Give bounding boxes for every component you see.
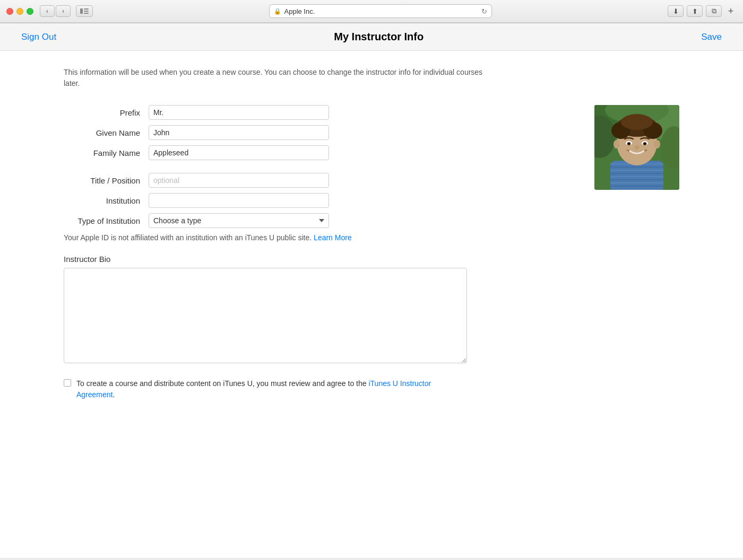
title-position-label: Title / Position <box>64 176 149 185</box>
main-content: This information will be used when you c… <box>0 51 743 558</box>
save-button[interactable]: Save <box>701 32 722 42</box>
download-button[interactable]: ⬇ <box>668 5 684 17</box>
forward-button[interactable]: › <box>56 5 71 17</box>
svg-point-33 <box>654 140 660 148</box>
title-position-input[interactable] <box>149 173 329 188</box>
toolbar-right: ⬇ ⬆ ⧉ + <box>668 5 737 17</box>
share-button[interactable]: ⬆ <box>687 5 703 17</box>
maximize-button[interactable] <box>27 8 33 15</box>
title-position-group: Title / Position <box>64 173 573 188</box>
reload-button[interactable]: ↻ <box>481 7 487 15</box>
agreement-text-after: . <box>113 390 115 399</box>
affiliation-notice: Your Apple ID is not affiliated with an … <box>64 233 488 242</box>
address-text: Apple Inc. <box>284 7 315 15</box>
type-institution-group: Type of Institution Choose a type Univer… <box>64 213 573 228</box>
given-name-input[interactable] <box>149 125 329 140</box>
tab-overview-button[interactable]: ⧉ <box>706 5 722 17</box>
sidebar-toggle[interactable] <box>76 5 93 17</box>
browser-chrome: ‹ › 🔒 Apple Inc. ↻ ⬇ <box>0 0 743 23</box>
description-text: This information will be used when you c… <box>64 67 488 89</box>
svg-rect-12 <box>610 167 663 168</box>
address-bar-container: 🔒 Apple Inc. ↻ <box>97 4 663 18</box>
institution-group: Institution <box>64 193 573 208</box>
svg-rect-17 <box>610 182 663 183</box>
forward-icon: › <box>62 7 64 15</box>
agreement-text-before: To create a course and distribute conten… <box>76 379 368 388</box>
svg-rect-18 <box>610 186 663 187</box>
bio-textarea[interactable] <box>64 268 467 363</box>
family-name-group: Family Name <box>64 145 573 160</box>
prefix-label: Prefix <box>64 108 149 117</box>
svg-rect-2 <box>84 11 89 12</box>
app-header: Sign Out My Instructor Info Save <box>0 23 743 51</box>
svg-rect-1 <box>84 8 89 10</box>
bio-label: Instructor Bio <box>64 255 573 264</box>
given-name-label: Given Name <box>64 128 149 137</box>
sign-out-button[interactable]: Sign Out <box>21 32 56 42</box>
family-name-label: Family Name <box>64 148 149 158</box>
svg-point-32 <box>614 140 620 148</box>
agreement-section: To create a course and distribute conten… <box>64 378 467 400</box>
bio-section: Instructor Bio <box>64 255 573 365</box>
back-icon: ‹ <box>46 7 48 15</box>
form-and-photo: Prefix Given Name Family Name Title / Po… <box>64 105 679 400</box>
address-bar[interactable]: 🔒 Apple Inc. ↻ <box>269 4 492 18</box>
page-title: My Instructor Info <box>334 31 424 43</box>
prefix-group: Prefix <box>64 105 573 120</box>
sidebar-icon <box>80 8 89 14</box>
svg-rect-3 <box>84 13 89 14</box>
svg-rect-15 <box>610 176 663 177</box>
prefix-input[interactable] <box>149 105 329 120</box>
agreement-text: To create a course and distribute conten… <box>76 378 467 400</box>
traffic-lights <box>6 8 33 15</box>
back-button[interactable]: ‹ <box>40 5 55 17</box>
title-bar: ‹ › 🔒 Apple Inc. ↻ ⬇ <box>0 0 743 23</box>
photo-area <box>594 105 679 190</box>
download-icon: ⬇ <box>673 7 679 15</box>
agreement-checkbox[interactable] <box>64 379 71 387</box>
given-name-group: Given Name <box>64 125 573 140</box>
minimize-button[interactable] <box>16 8 23 15</box>
form-section: Prefix Given Name Family Name Title / Po… <box>64 105 573 400</box>
plus-icon: + <box>728 6 734 17</box>
instructor-photo <box>594 105 679 190</box>
learn-more-link[interactable]: Learn More <box>314 233 352 242</box>
svg-rect-13 <box>610 170 663 171</box>
nav-buttons: ‹ › <box>40 5 71 17</box>
svg-point-24 <box>621 114 653 130</box>
tab-overview-icon: ⧉ <box>712 7 716 15</box>
share-icon: ⬆ <box>692 7 698 15</box>
new-tab-button[interactable]: + <box>725 5 737 17</box>
instructor-photo-svg <box>594 105 679 190</box>
svg-point-29 <box>628 143 630 145</box>
svg-rect-0 <box>80 8 83 14</box>
family-name-input[interactable] <box>149 145 329 160</box>
type-institution-label: Type of Institution <box>64 216 149 225</box>
svg-point-30 <box>644 143 646 145</box>
affiliation-text: Your Apple ID is not affiliated with an … <box>64 233 312 242</box>
institution-input[interactable] <box>149 193 329 208</box>
institution-label: Institution <box>64 196 149 205</box>
svg-point-31 <box>634 145 640 150</box>
lock-icon: 🔒 <box>274 8 281 15</box>
svg-rect-16 <box>610 179 663 180</box>
type-institution-select[interactable]: Choose a type University / College K-12 … <box>149 213 329 228</box>
svg-rect-14 <box>610 173 663 174</box>
close-button[interactable] <box>6 8 13 15</box>
